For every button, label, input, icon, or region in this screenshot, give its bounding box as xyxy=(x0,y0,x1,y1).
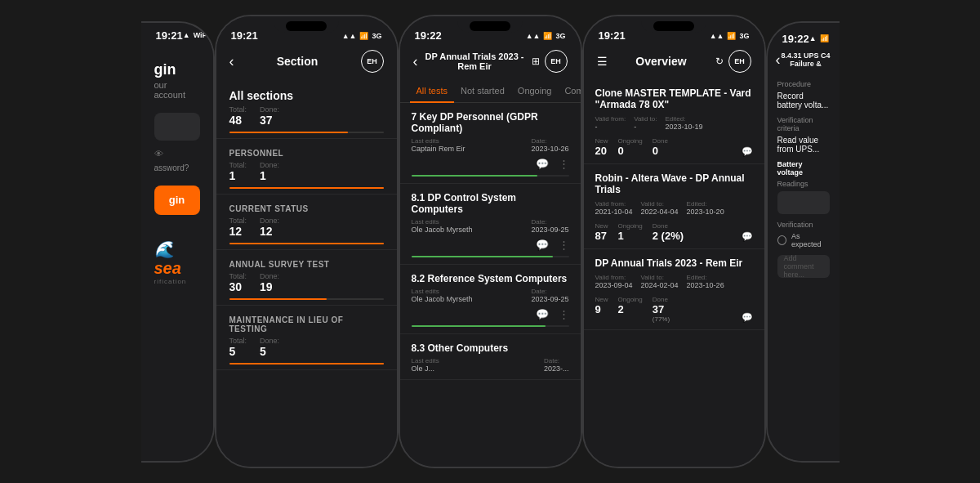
overview-item-0[interactable]: Clone MASTER TEMPLATE - Vard "Armada 78 … xyxy=(584,79,764,164)
section-maintenance-title: MAINTENANCE IN LIEU OF TESTING xyxy=(229,315,384,333)
section-item-annual[interactable]: ANNUAL SURVEY TEST Total: 30 Done: 19 xyxy=(216,250,397,306)
test-title-3: 8.3 Other Computers xyxy=(412,342,569,354)
tab-not-started[interactable]: Not started xyxy=(454,79,511,102)
add-comment-box[interactable]: Add comment here... xyxy=(777,255,830,278)
chat-icon-2[interactable]: 💬 xyxy=(536,308,549,320)
tab-completed[interactable]: Completed xyxy=(558,79,580,102)
battery-icon-2: 3G xyxy=(372,32,381,40)
section-current-title: CURRENT STATUS xyxy=(229,204,384,213)
radio-circle[interactable] xyxy=(777,235,786,245)
notch-4 xyxy=(641,16,706,33)
progress-fill-test-2 xyxy=(412,325,546,327)
as-expected-radio[interactable]: As expected xyxy=(777,232,830,248)
avatar-2[interactable]: EH xyxy=(361,50,384,73)
stat-current-total: Total: 12 xyxy=(229,217,247,238)
chat-icon-overview-0[interactable]: 💬 xyxy=(742,146,753,157)
avatar-4[interactable]: EH xyxy=(728,50,751,73)
brand-icon: 🌊 xyxy=(154,240,175,258)
overview-title-1: Robin - Altera Wave - DP Annual Trials xyxy=(595,172,753,195)
calendar-icon[interactable]: ⊞ xyxy=(532,56,540,67)
section-item-all[interactable]: All sections Total: 48 Done: 37 xyxy=(216,79,397,139)
test-item-1[interactable]: 8.1 DP Control System Computers Last edi… xyxy=(400,184,581,265)
status-icons-5: ▲ 📶 xyxy=(809,34,829,42)
section-personnel-title: PERSONNEL xyxy=(229,149,384,158)
wifi-icon-4: 📶 xyxy=(727,32,736,40)
readings-input[interactable] xyxy=(777,191,830,214)
overview-stats-0: New 20 Ongoing 0 Done 0 xyxy=(595,137,668,157)
menu-icon[interactable]: ☰ xyxy=(597,55,608,68)
test-meta-3: Last edits Ole J... Date: 2023-... xyxy=(412,357,569,373)
header-2: ‹ Section EH xyxy=(216,45,397,79)
forgot-password-link[interactable]: assword? xyxy=(154,163,200,172)
stat-personnel-total: Total: 1 xyxy=(229,161,247,182)
overview-title-0: Clone MASTER TEMPLATE - Vard "Armada 78 … xyxy=(595,87,753,110)
chat-icon-0[interactable]: 💬 xyxy=(536,158,549,170)
tab-ongoing[interactable]: Ongoing xyxy=(511,79,559,102)
avatar-3[interactable]: EH xyxy=(545,50,568,73)
header-3: ‹ DP Annual Trials 2023 - Rem Eir ⊞ EH xyxy=(400,45,581,79)
wifi-icon-2: 📶 xyxy=(359,32,368,40)
overview-edited-1: Edited: 2023-10-20 xyxy=(687,200,724,216)
section-item-current-status[interactable]: CURRENT STATUS Total: 12 Done: 12 xyxy=(216,195,397,250)
overview-stats-row-2: New 9 Ongoing 2 Done 37 xyxy=(595,293,753,323)
test-date-group-0: Date: 2023-10-26 xyxy=(531,137,568,153)
chat-icon-overview-2[interactable]: 💬 xyxy=(742,312,753,323)
overview-ongoing-0: Ongoing 0 xyxy=(618,137,643,157)
header-title-2: Section xyxy=(234,55,361,68)
tests-screen: 19:22 ▲▲ 📶 3G ‹ DP Annual Trials 2023 - … xyxy=(400,16,581,467)
add-comment-placeholder: Add comment here... xyxy=(784,254,823,279)
battery-voltage-title: Battery voltage xyxy=(777,160,830,177)
test-actions-2: 💬 ⋮ xyxy=(412,306,569,320)
test-edits-group-3: Last edits Ole J... xyxy=(412,357,439,373)
chat-icon-overview-1[interactable]: 💬 xyxy=(742,231,753,242)
readings-label: Readings xyxy=(777,180,830,188)
stat-done-label: Done: xyxy=(260,105,279,114)
phone-login: 19:21 ▲ WiFi 3G gin our account 👁 asswor… xyxy=(141,21,215,463)
battery-icon-3: 3G xyxy=(555,32,565,40)
overview-item-2[interactable]: DP Annual Trials 2023 - Rem Eir Valid fr… xyxy=(584,249,764,330)
header-icons-right-3: ⊞ EH xyxy=(532,50,568,73)
overview-stats-row-0: New 20 Ongoing 0 Done 0 xyxy=(595,134,753,157)
stat-done: Done: 37 xyxy=(260,105,279,127)
signal-icon-3: ▲▲ xyxy=(526,32,541,40)
brand-name: sea xyxy=(154,259,181,277)
overview-valid-from-1: Valid from: 2021-10-04 xyxy=(595,200,633,216)
chat-icon-1[interactable]: 💬 xyxy=(536,239,549,251)
test-item-2[interactable]: 8.2 Reference System Computers Last edit… xyxy=(400,265,581,334)
login-screen: 19:21 ▲ WiFi 3G gin our account 👁 asswor… xyxy=(141,23,213,461)
login-title: gin xyxy=(154,61,200,78)
login-username-input[interactable] xyxy=(154,113,200,141)
brand-logo: 🌊 sea xyxy=(154,239,200,278)
more-icon-2[interactable]: ⋮ xyxy=(559,308,569,320)
eye-icon[interactable]: 👁 xyxy=(154,149,200,159)
stat-current-done: Done: 12 xyxy=(260,217,279,238)
progress-bar-test-0 xyxy=(412,175,569,177)
notch-3 xyxy=(457,16,523,33)
tab-all-tests[interactable]: All tests xyxy=(410,79,455,102)
detail-screen: 19:22 ▲ 📶 ‹ 8.4.31 UPS C4 Failure & Proc… xyxy=(768,23,840,461)
test-item-3[interactable]: 8.3 Other Computers Last edits Ole J... … xyxy=(400,334,581,380)
overview-meta-1: Valid from: 2021-10-04 Valid to: 2022-04… xyxy=(595,200,753,216)
status-time-4: 19:21 xyxy=(599,29,626,42)
section-item-maintenance[interactable]: MAINTENANCE IN LIEU OF TESTING Total: 5 … xyxy=(216,306,397,370)
test-item-0[interactable]: 7 Key DP Personnel (GDPR Compliant) Last… xyxy=(400,103,581,184)
status-bar-5: 19:22 ▲ 📶 xyxy=(768,23,840,48)
overview-done-1: Done 2 (2%) xyxy=(653,222,684,242)
section-item-personnel[interactable]: PERSONNEL Total: 1 Done: 1 xyxy=(216,139,397,195)
more-icon-0[interactable]: ⋮ xyxy=(559,158,569,170)
stat-annual-total: Total: 30 xyxy=(229,272,247,293)
test-date-group-3: Date: 2023-... xyxy=(544,357,569,373)
section-all-title: All sections xyxy=(229,89,384,102)
overview-valid-from-2: Valid from: 2023-09-04 xyxy=(595,274,633,289)
progress-fill-annual xyxy=(229,298,327,300)
test-date-label-0: Date: xyxy=(531,137,568,145)
progress-fill-current xyxy=(229,243,384,244)
test-date-group-2: Date: 2023-09-25 xyxy=(531,288,568,303)
overview-item-1[interactable]: Robin - Altera Wave - DP Annual Trials V… xyxy=(584,164,764,249)
refresh-icon[interactable]: ↻ xyxy=(715,56,724,67)
test-title-1: 8.1 DP Control System Computers xyxy=(412,192,569,215)
section-maintenance-stats: Total: 5 Done: 5 xyxy=(229,337,384,358)
login-button[interactable]: gin xyxy=(154,186,200,215)
phone-overview: 19:21 ▲▲ 📶 3G ☰ Overview ↻ EH Clone MAST… xyxy=(582,15,766,468)
more-icon-1[interactable]: ⋮ xyxy=(559,239,569,251)
